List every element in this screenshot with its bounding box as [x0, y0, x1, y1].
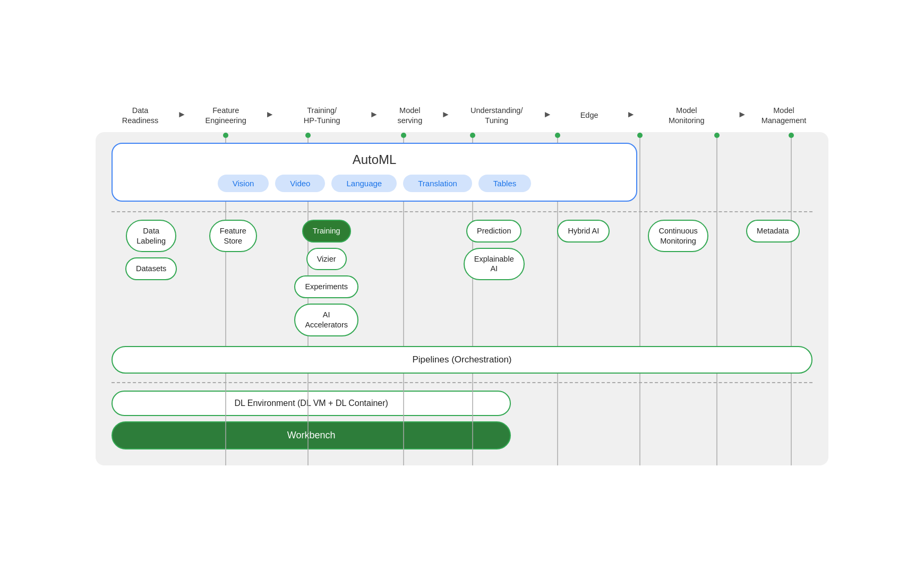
- chip-ai-accelerators[interactable]: AI Accelerators: [294, 304, 358, 336]
- chip-experiments[interactable]: Experiments: [294, 275, 358, 298]
- svg-point-12: [714, 133, 720, 138]
- arrow-4: ►: [441, 109, 450, 120]
- automl-pill-language[interactable]: Language: [331, 175, 397, 192]
- dashed-separator-1: [112, 211, 812, 212]
- automl-pill-tables[interactable]: Tables: [478, 175, 531, 192]
- chip-metadata[interactable]: Metadata: [746, 220, 799, 243]
- chip-explainable-ai[interactable]: Explainable AI: [464, 248, 525, 281]
- step-model-monitoring: Model Monitoring: [636, 106, 737, 126]
- automl-pill-translation[interactable]: Translation: [403, 175, 472, 192]
- dashed-separator-2: [112, 382, 812, 383]
- svg-point-10: [637, 133, 643, 138]
- step-feature-engineering: Feature Engineering: [187, 106, 264, 126]
- components-row-1: Data Labeling Datasets Feature Store Tra…: [112, 220, 812, 336]
- svg-point-4: [401, 133, 406, 138]
- step-edge: Edge: [553, 110, 626, 120]
- col-prediction: Prediction Explainable AI: [444, 220, 544, 281]
- automl-box: AutoML Vision Video Language Translation…: [112, 143, 637, 202]
- chip-data-labeling[interactable]: Data Labeling: [126, 220, 176, 253]
- dl-section: DL Environment (DL VM + DL Container) Wo…: [112, 391, 812, 449]
- svg-point-6: [470, 133, 475, 138]
- workbench-bar[interactable]: Workbench: [112, 421, 511, 449]
- chip-training[interactable]: Training: [302, 220, 351, 243]
- step-training: Training/ HP-Tuning: [275, 106, 369, 126]
- arrow-6: ►: [627, 109, 636, 120]
- chip-hybrid-ai[interactable]: Hybrid AI: [557, 220, 610, 243]
- svg-point-8: [555, 133, 560, 138]
- chip-continuous-monitoring[interactable]: Continuous Monitoring: [648, 220, 708, 253]
- col-hybrid-ai: Hybrid AI: [544, 220, 623, 243]
- arrow-5: ►: [543, 109, 552, 120]
- automl-title: AutoML: [125, 152, 623, 167]
- chip-prediction[interactable]: Prediction: [466, 220, 521, 243]
- arrow-7: ►: [738, 109, 747, 120]
- components-area: Data Labeling Datasets Feature Store Tra…: [112, 220, 812, 374]
- svg-point-14: [789, 133, 794, 138]
- col-continuous-monitoring: Continuous Monitoring: [623, 220, 733, 253]
- pipelines-bar[interactable]: Pipelines (Orchestration): [112, 346, 812, 374]
- step-understanding: Understanding/ Tuning: [451, 106, 542, 126]
- dl-env-bar[interactable]: DL Environment (DL VM + DL Container): [112, 391, 511, 416]
- col-data-labeling: Data Labeling Datasets: [112, 220, 191, 281]
- automl-pill-video[interactable]: Video: [275, 175, 325, 192]
- chip-datasets[interactable]: Datasets: [125, 257, 177, 280]
- step-data-readiness: Data Readiness: [104, 106, 176, 126]
- step-model-management: Model Management: [748, 106, 820, 126]
- automl-pills-row: Vision Video Language Translation Tables: [125, 175, 623, 192]
- col-metadata: Metadata: [733, 220, 812, 243]
- arrow-2: ►: [266, 109, 275, 120]
- chip-feature-store[interactable]: Feature Store: [209, 220, 257, 253]
- col-training: Training Vizier Experiments AI Accelerat…: [275, 220, 378, 336]
- diagram-container: Data Readiness ► Feature Engineering ► T…: [96, 106, 828, 465]
- main-diagram: AutoML Vision Video Language Translation…: [96, 132, 828, 465]
- arrow-1: ►: [177, 109, 186, 120]
- arrow-3: ►: [370, 109, 379, 120]
- svg-point-2: [305, 133, 311, 138]
- pipeline-header: Data Readiness ► Feature Engineering ► T…: [96, 106, 828, 132]
- automl-pill-vision[interactable]: Vision: [218, 175, 269, 192]
- col-feature-store: Feature Store: [191, 220, 275, 253]
- svg-point-0: [223, 133, 228, 138]
- step-model-serving: Model serving: [380, 106, 440, 126]
- chip-vizier[interactable]: Vizier: [306, 248, 347, 271]
